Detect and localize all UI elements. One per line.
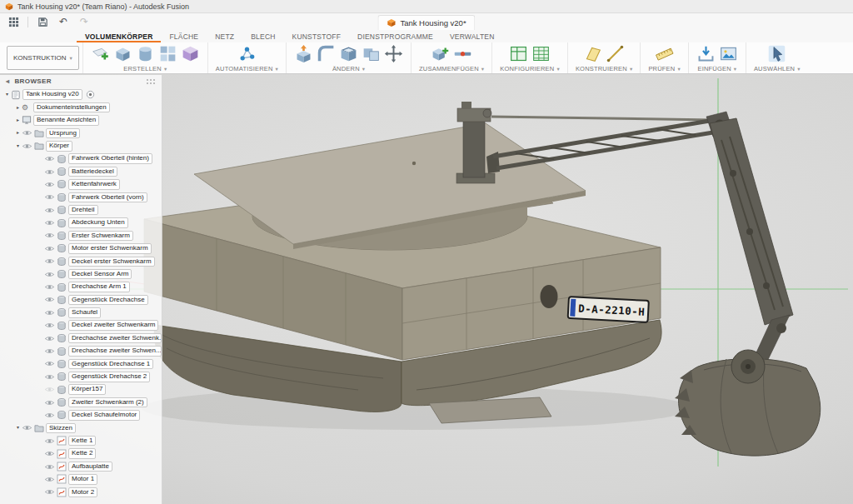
tree-item-batteriedeckel[interactable]: Batteriedeckel xyxy=(0,165,162,177)
group-label-ndern[interactable]: ÄNDERN ▾ xyxy=(332,65,365,72)
visibility-eye-icon[interactable] xyxy=(44,347,57,355)
visibility-eye-icon[interactable] xyxy=(44,232,57,239)
expand-closed-icon[interactable]: ▸ xyxy=(14,129,22,137)
visibility-eye-icon[interactable] xyxy=(44,283,57,291)
visibility-eye-icon[interactable] xyxy=(44,219,57,227)
combine-icon[interactable] xyxy=(362,44,381,63)
create-sketch-icon[interactable] xyxy=(91,44,110,63)
group-label-konfigurieren[interactable]: KONFIGURIEREN ▾ xyxy=(500,65,560,72)
tree-item-benannte-ansichten[interactable]: ▸Benannte Ansichten xyxy=(0,114,162,127)
konstruktion-dropdown[interactable]: KONSTRUKTION ▾ xyxy=(7,46,79,70)
tree-item-kette-1[interactable]: Kette 1 xyxy=(0,435,162,447)
tree-item-schaufel[interactable]: Schaufel xyxy=(0,307,162,319)
joint-icon[interactable] xyxy=(453,44,472,63)
tree-item-fahrwerk-oberteil-vorn[interactable]: Fahrwerk Oberteil (vorn) xyxy=(0,191,162,203)
extrude-icon[interactable] xyxy=(113,44,132,63)
move-icon[interactable] xyxy=(384,44,403,63)
group-label-zusammenf-gen[interactable]: ZUSAMMENFÜGEN ▾ xyxy=(419,65,484,72)
visibility-eye-icon[interactable] xyxy=(22,424,34,432)
visibility-eye-icon[interactable] xyxy=(44,373,57,381)
tree-item-drechachse-arm-1[interactable]: Drechachse Arm 1 xyxy=(0,281,162,293)
visibility-eye-icon[interactable] xyxy=(44,193,57,201)
visibility-eye-icon[interactable] xyxy=(22,142,34,150)
tab-kunststoff[interactable]: KUNSTSTOFF xyxy=(284,32,350,42)
tree-item-dokumenteinstellungen[interactable]: ▸⚙Dokumenteinstellungen xyxy=(0,101,162,113)
tree-item-k-rper[interactable]: ▾Körper xyxy=(0,140,162,152)
visibility-eye-icon[interactable] xyxy=(44,322,57,329)
tab-verwalten[interactable]: VERWALTEN xyxy=(441,32,503,42)
tree-item-kette-2[interactable]: Kette 2 xyxy=(0,447,162,460)
license-plate[interactable]: D-A-2210-H xyxy=(568,297,649,322)
new-component-icon[interactable] xyxy=(431,44,450,63)
group-label-erstellen[interactable]: ERSTELLEN ▾ xyxy=(123,65,167,72)
visibility-eye-icon[interactable] xyxy=(44,399,57,407)
revolve-icon[interactable] xyxy=(136,44,155,63)
tree-item-kettenfahrwerk[interactable]: Kettenfahrwerk xyxy=(0,178,162,191)
measure-icon[interactable] xyxy=(655,44,674,63)
tree-item-aufbauplatte[interactable]: Aufbauplatte xyxy=(0,460,162,472)
tree-item-deckel-erster-schwenkarm[interactable]: Deckel erster Schwenkarm xyxy=(0,255,162,267)
visibility-eye-icon[interactable] xyxy=(44,296,57,303)
expand-closed-icon[interactable]: ▸ xyxy=(14,104,22,112)
press-pull-icon[interactable] xyxy=(294,44,313,63)
tree-item-zweiter-schwenkarm-2[interactable]: Zweiter Schwenkarm (2) xyxy=(0,396,162,408)
tab-fl-che[interactable]: FLÄCHE xyxy=(161,32,207,42)
insert-icon[interactable] xyxy=(696,44,716,63)
visibility-eye-icon[interactable] xyxy=(44,271,57,278)
group-label-einf-gen[interactable]: EINFÜGEN ▾ xyxy=(697,65,736,72)
decal-icon[interactable] xyxy=(719,44,738,63)
app-grid-icon[interactable] xyxy=(7,16,20,28)
group-label-pr-fen[interactable]: PRÜFEN ▾ xyxy=(648,65,681,72)
tree-item-erster-schwenkarm[interactable]: Erster Schwenkarm xyxy=(0,229,162,242)
tree-item-drehteil[interactable]: Drehteil xyxy=(0,204,162,217)
visibility-eye-icon[interactable] xyxy=(44,245,57,252)
form-icon[interactable] xyxy=(181,44,200,63)
tree-item-k-rper157[interactable]: Körper157 xyxy=(0,383,162,396)
shell-icon[interactable] xyxy=(339,44,358,63)
activate-component-radio[interactable] xyxy=(86,90,95,99)
tree-item-deckel-zweiter-schwenkarm[interactable]: Deckel zweiter Schwenkarm xyxy=(0,319,162,332)
tree-item-fahrwerk-oberteil-hinten[interactable]: Fahrwerk Oberteil (hinten) xyxy=(0,152,162,165)
fillet-icon[interactable] xyxy=(317,44,336,63)
group-label-konstruieren[interactable]: KONSTRUIEREN ▾ xyxy=(576,65,632,72)
visibility-eye-icon[interactable] xyxy=(22,129,34,137)
expand-open-icon[interactable]: ▾ xyxy=(14,142,22,150)
undo-icon[interactable]: ↶ xyxy=(57,16,70,28)
visibility-eye-icon[interactable] xyxy=(44,386,57,393)
group-label-automatisieren[interactable]: AUTOMATISIEREN ▾ xyxy=(216,65,278,72)
visibility-eye-icon[interactable] xyxy=(44,207,57,214)
tree-item-drechachse-zweiter-schwen[interactable]: Drechachse zweiter Schwen... xyxy=(0,345,162,357)
visibility-eye-icon[interactable] xyxy=(44,463,57,471)
visibility-eye-icon[interactable] xyxy=(44,168,57,176)
configuration-icon[interactable] xyxy=(509,44,528,63)
visibility-eye-icon[interactable] xyxy=(44,181,57,188)
visibility-eye-icon[interactable] xyxy=(44,257,57,265)
tree-item-gegenst-ck-drehachse-2[interactable]: Gegenstück Drehachse 2 xyxy=(0,371,162,383)
tab-volumenk-rper[interactable]: VOLUMENKÖRPER xyxy=(77,32,161,42)
panel-drag-handle-icon[interactable] xyxy=(146,78,156,85)
expand-open-icon[interactable]: ▾ xyxy=(14,424,22,432)
tree-item-tank-housing-v20[interactable]: ▾Tank Housing v20 xyxy=(0,88,162,101)
save-icon[interactable] xyxy=(36,16,49,28)
tab-dienstprogramme[interactable]: DIENSTPROGRAMME xyxy=(349,32,441,42)
visibility-eye-icon[interactable] xyxy=(44,437,57,445)
visibility-eye-icon[interactable] xyxy=(44,155,57,162)
document-tab[interactable]: Tank Housing v20* xyxy=(377,15,475,30)
automate-icon[interactable] xyxy=(237,44,257,63)
plane-icon[interactable] xyxy=(583,44,602,63)
tab-blech[interactable]: BLECH xyxy=(242,32,283,42)
tree-item-ursprung[interactable]: ▸Ursprung xyxy=(0,127,162,139)
tree-item-motor-2[interactable]: Motor 2 xyxy=(0,486,162,498)
visibility-eye-icon[interactable] xyxy=(44,309,57,317)
tree-item-skizzen[interactable]: ▾Skizzen xyxy=(0,422,162,434)
redo-icon[interactable]: ↷ xyxy=(77,16,91,28)
tab-netz[interactable]: NETZ xyxy=(207,32,242,42)
tree-item-abdeckung-unten[interactable]: Abdeckung Unten xyxy=(0,217,162,229)
visibility-eye-icon[interactable] xyxy=(44,476,57,483)
collapse-panel-icon[interactable]: ◂ xyxy=(6,77,9,85)
tree-item-motor-1[interactable]: Motor 1 xyxy=(0,473,162,486)
visibility-eye-icon[interactable] xyxy=(44,488,57,496)
select-icon[interactable] xyxy=(767,44,786,63)
primitives-icon[interactable] xyxy=(158,44,177,63)
tree-item-gegenst-ck-drechachse[interactable]: Gegenstück Drechachse xyxy=(0,293,162,306)
